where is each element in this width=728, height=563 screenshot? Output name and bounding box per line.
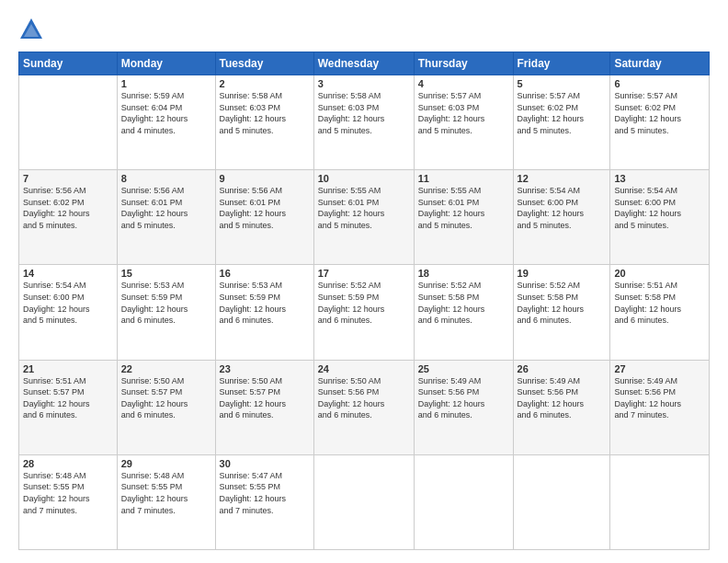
day-number: 2 xyxy=(220,78,310,89)
calendar-cell: 3Sunrise: 5:58 AM Sunset: 6:03 PM Daylig… xyxy=(313,75,414,170)
day-info: Sunrise: 5:55 AM Sunset: 6:01 PM Dayligh… xyxy=(318,185,410,231)
calendar-cell xyxy=(19,75,118,170)
calendar-table: SundayMondayTuesdayWednesdayThursdayFrid… xyxy=(18,52,710,550)
calendar-cell: 28Sunrise: 5:48 AM Sunset: 5:55 PM Dayli… xyxy=(19,454,118,549)
day-number: 13 xyxy=(614,173,705,184)
day-info: Sunrise: 5:56 AM Sunset: 6:01 PM Dayligh… xyxy=(121,185,211,231)
calendar-cell: 6Sunrise: 5:57 AM Sunset: 6:02 PM Daylig… xyxy=(610,75,710,170)
calendar-cell: 30Sunrise: 5:47 AM Sunset: 5:55 PM Dayli… xyxy=(215,454,313,549)
day-number: 18 xyxy=(418,268,509,279)
day-info: Sunrise: 5:51 AM Sunset: 5:57 PM Dayligh… xyxy=(23,375,113,421)
calendar-cell: 21Sunrise: 5:51 AM Sunset: 5:57 PM Dayli… xyxy=(19,360,118,454)
day-number: 4 xyxy=(418,78,509,89)
day-info: Sunrise: 5:49 AM Sunset: 5:56 PM Dayligh… xyxy=(518,375,607,421)
calendar-cell: 4Sunrise: 5:57 AM Sunset: 6:03 PM Daylig… xyxy=(414,75,513,170)
calendar-cell: 9Sunrise: 5:56 AM Sunset: 6:01 PM Daylig… xyxy=(215,170,313,265)
calendar-cell xyxy=(414,454,513,549)
day-number: 10 xyxy=(318,173,410,184)
calendar-cell: 13Sunrise: 5:54 AM Sunset: 6:00 PM Dayli… xyxy=(610,170,710,265)
calendar-cell: 22Sunrise: 5:50 AM Sunset: 5:57 PM Dayli… xyxy=(117,360,215,454)
calendar-cell: 1Sunrise: 5:59 AM Sunset: 6:04 PM Daylig… xyxy=(117,75,215,170)
day-number: 14 xyxy=(23,268,113,279)
day-info: Sunrise: 5:59 AM Sunset: 6:04 PM Dayligh… xyxy=(121,90,211,136)
day-number: 29 xyxy=(121,458,211,469)
day-info: Sunrise: 5:49 AM Sunset: 5:56 PM Dayligh… xyxy=(418,375,509,421)
header-cell-thursday: Thursday xyxy=(414,52,513,75)
calendar-cell: 24Sunrise: 5:50 AM Sunset: 5:56 PM Dayli… xyxy=(313,360,414,454)
calendar-cell: 26Sunrise: 5:49 AM Sunset: 5:56 PM Dayli… xyxy=(513,360,610,454)
week-row-1: 1Sunrise: 5:59 AM Sunset: 6:04 PM Daylig… xyxy=(19,75,710,170)
logo xyxy=(18,17,48,42)
day-number: 9 xyxy=(220,173,310,184)
header xyxy=(18,17,710,42)
header-row: SundayMondayTuesdayWednesdayThursdayFrid… xyxy=(19,52,710,75)
day-number: 30 xyxy=(220,458,310,469)
calendar-cell: 11Sunrise: 5:55 AM Sunset: 6:01 PM Dayli… xyxy=(414,170,513,265)
calendar-cell: 12Sunrise: 5:54 AM Sunset: 6:00 PM Dayli… xyxy=(513,170,610,265)
calendar-cell: 19Sunrise: 5:52 AM Sunset: 5:58 PM Dayli… xyxy=(513,265,610,360)
day-info: Sunrise: 5:50 AM Sunset: 5:57 PM Dayligh… xyxy=(220,375,310,421)
day-number: 12 xyxy=(518,173,607,184)
day-info: Sunrise: 5:54 AM Sunset: 6:00 PM Dayligh… xyxy=(518,185,607,231)
calendar-cell xyxy=(313,454,414,549)
header-cell-tuesday: Tuesday xyxy=(215,52,313,75)
day-info: Sunrise: 5:55 AM Sunset: 6:01 PM Dayligh… xyxy=(418,185,509,231)
day-info: Sunrise: 5:52 AM Sunset: 5:58 PM Dayligh… xyxy=(418,280,509,326)
header-cell-monday: Monday xyxy=(117,52,215,75)
day-info: Sunrise: 5:58 AM Sunset: 6:03 PM Dayligh… xyxy=(318,90,410,136)
calendar-cell: 8Sunrise: 5:56 AM Sunset: 6:01 PM Daylig… xyxy=(117,170,215,265)
day-info: Sunrise: 5:53 AM Sunset: 5:59 PM Dayligh… xyxy=(220,280,310,326)
day-number: 1 xyxy=(121,78,211,89)
day-number: 15 xyxy=(121,268,211,279)
calendar-cell: 17Sunrise: 5:52 AM Sunset: 5:59 PM Dayli… xyxy=(313,265,414,360)
day-info: Sunrise: 5:52 AM Sunset: 5:58 PM Dayligh… xyxy=(518,280,607,326)
header-cell-wednesday: Wednesday xyxy=(313,52,414,75)
day-number: 6 xyxy=(614,78,705,89)
calendar-cell: 14Sunrise: 5:54 AM Sunset: 6:00 PM Dayli… xyxy=(19,265,118,360)
week-row-4: 21Sunrise: 5:51 AM Sunset: 5:57 PM Dayli… xyxy=(19,360,710,454)
day-info: Sunrise: 5:54 AM Sunset: 6:00 PM Dayligh… xyxy=(614,185,705,231)
calendar-cell: 18Sunrise: 5:52 AM Sunset: 5:58 PM Dayli… xyxy=(414,265,513,360)
logo-icon xyxy=(18,17,44,42)
calendar-cell: 5Sunrise: 5:57 AM Sunset: 6:02 PM Daylig… xyxy=(513,75,610,170)
day-number: 7 xyxy=(23,173,113,184)
day-number: 3 xyxy=(318,78,410,89)
calendar-body: 1Sunrise: 5:59 AM Sunset: 6:04 PM Daylig… xyxy=(19,75,710,550)
day-info: Sunrise: 5:48 AM Sunset: 5:55 PM Dayligh… xyxy=(121,470,211,516)
day-number: 28 xyxy=(23,458,113,469)
day-info: Sunrise: 5:57 AM Sunset: 6:03 PM Dayligh… xyxy=(418,90,509,136)
calendar-cell xyxy=(610,454,710,549)
day-number: 16 xyxy=(220,268,310,279)
header-cell-saturday: Saturday xyxy=(610,52,710,75)
day-number: 21 xyxy=(23,363,113,374)
calendar-cell xyxy=(513,454,610,549)
day-info: Sunrise: 5:58 AM Sunset: 6:03 PM Dayligh… xyxy=(220,90,310,136)
day-number: 11 xyxy=(418,173,509,184)
header-cell-friday: Friday xyxy=(513,52,610,75)
calendar-cell: 25Sunrise: 5:49 AM Sunset: 5:56 PM Dayli… xyxy=(414,360,513,454)
calendar-page: SundayMondayTuesdayWednesdayThursdayFrid… xyxy=(0,0,728,563)
header-cell-sunday: Sunday xyxy=(19,52,118,75)
calendar-cell: 29Sunrise: 5:48 AM Sunset: 5:55 PM Dayli… xyxy=(117,454,215,549)
day-info: Sunrise: 5:49 AM Sunset: 5:56 PM Dayligh… xyxy=(614,375,705,421)
day-number: 25 xyxy=(418,363,509,374)
calendar-cell: 15Sunrise: 5:53 AM Sunset: 5:59 PM Dayli… xyxy=(117,265,215,360)
day-number: 22 xyxy=(121,363,211,374)
day-number: 19 xyxy=(518,268,607,279)
week-row-3: 14Sunrise: 5:54 AM Sunset: 6:00 PM Dayli… xyxy=(19,265,710,360)
day-number: 23 xyxy=(220,363,310,374)
day-number: 5 xyxy=(518,78,607,89)
day-number: 26 xyxy=(518,363,607,374)
day-info: Sunrise: 5:47 AM Sunset: 5:55 PM Dayligh… xyxy=(220,470,310,516)
day-info: Sunrise: 5:52 AM Sunset: 5:59 PM Dayligh… xyxy=(318,280,410,326)
day-info: Sunrise: 5:50 AM Sunset: 5:57 PM Dayligh… xyxy=(121,375,211,421)
week-row-2: 7Sunrise: 5:56 AM Sunset: 6:02 PM Daylig… xyxy=(19,170,710,265)
calendar-cell: 10Sunrise: 5:55 AM Sunset: 6:01 PM Dayli… xyxy=(313,170,414,265)
day-number: 24 xyxy=(318,363,410,374)
calendar-cell: 23Sunrise: 5:50 AM Sunset: 5:57 PM Dayli… xyxy=(215,360,313,454)
day-info: Sunrise: 5:56 AM Sunset: 6:01 PM Dayligh… xyxy=(220,185,310,231)
day-info: Sunrise: 5:48 AM Sunset: 5:55 PM Dayligh… xyxy=(23,470,113,516)
day-info: Sunrise: 5:57 AM Sunset: 6:02 PM Dayligh… xyxy=(518,90,607,136)
calendar-cell: 27Sunrise: 5:49 AM Sunset: 5:56 PM Dayli… xyxy=(610,360,710,454)
day-info: Sunrise: 5:56 AM Sunset: 6:02 PM Dayligh… xyxy=(23,185,113,231)
